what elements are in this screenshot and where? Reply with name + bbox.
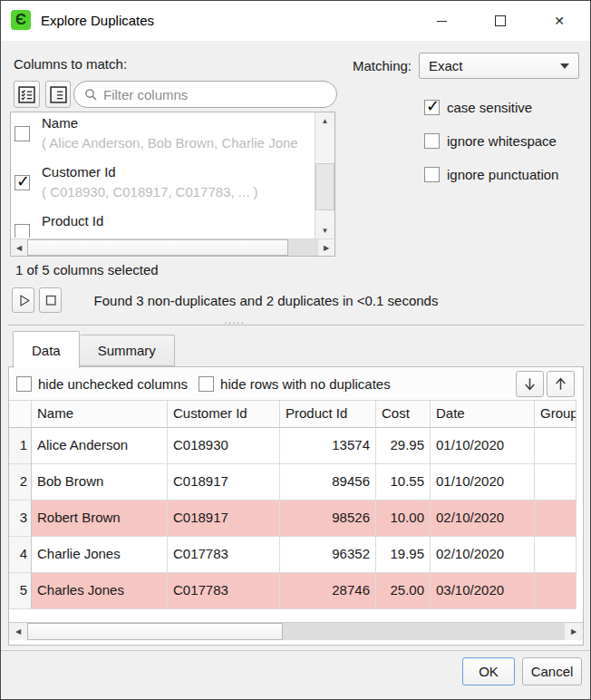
cost-cell[interactable]: 29.95 [376, 428, 431, 464]
tab[interactable]: Summary [80, 335, 175, 366]
table-option[interactable]: hide unchecked columns [16, 376, 188, 392]
table-header-cell[interactable]: Customer Id [168, 400, 280, 428]
next-duplicate-button[interactable] [516, 371, 544, 397]
table-row[interactable]: 1 Alice Anderson C018930 13574 29.95 01/… [9, 428, 576, 464]
table-header-cell[interactable]: Product Id [280, 400, 376, 428]
customer-id-cell[interactable]: C018930 [168, 428, 280, 464]
horizontal-scrollbar-thumb[interactable] [27, 623, 283, 640]
column-list-item[interactable]: Product Id [11, 210, 315, 238]
name-cell[interactable]: Alice Anderson [32, 428, 168, 464]
table-header-cell[interactable]: Name [32, 400, 168, 428]
product-id-cell[interactable]: 98526 [280, 501, 376, 537]
ok-button[interactable]: OK [462, 657, 515, 685]
filter-columns-input[interactable]: Filter columns [73, 81, 337, 108]
table-option[interactable]: hide rows with no duplicates [199, 376, 391, 392]
check-all-columns-button[interactable] [14, 81, 40, 108]
column-checkbox[interactable] [15, 126, 30, 141]
customer-id-cell[interactable]: C017783 [168, 573, 280, 609]
group-cell[interactable] [535, 501, 576, 537]
scroll-right-button[interactable]: ▶ [565, 623, 583, 640]
customer-id-cell[interactable]: C018917 [168, 501, 280, 537]
name-cell[interactable]: Robert Brown [32, 501, 168, 537]
table-horizontal-scrollbar[interactable]: ◀ ▶ [9, 622, 583, 640]
matching-option-checkbox[interactable] [424, 167, 440, 182]
filter-placeholder: Filter columns [103, 87, 188, 102]
date-cell[interactable]: 02/10/2020 [431, 501, 535, 537]
previous-duplicate-button[interactable] [547, 371, 575, 397]
group-cell[interactable] [535, 428, 576, 464]
cost-cell[interactable]: 25.00 [376, 573, 431, 609]
matching-option-checkbox[interactable] [424, 133, 440, 149]
horizontal-scrollbar-thumb[interactable] [27, 239, 288, 256]
scroll-right-button[interactable]: ▶ [318, 239, 334, 256]
scrollbar-track[interactable] [27, 623, 565, 640]
date-cell[interactable]: 03/10/2020 [431, 573, 535, 609]
table-header-cell[interactable]: Group [535, 400, 576, 428]
minimize-button[interactable] [421, 6, 462, 35]
customer-id-cell[interactable]: C017783 [168, 537, 280, 573]
title-bar[interactable]: Є Explore Duplicates ✕ [1, 1, 590, 41]
matching-option[interactable]: case sensitive [424, 91, 558, 124]
uncheck-all-columns-button[interactable] [45, 81, 71, 108]
row-number-cell: 5 [9, 573, 32, 609]
matching-option[interactable]: ignore punctuation [424, 158, 558, 191]
splitter[interactable] [8, 325, 585, 326]
stop-button[interactable] [39, 287, 62, 313]
date-cell[interactable]: 02/10/2020 [431, 537, 535, 573]
product-id-cell[interactable]: 28746 [280, 573, 376, 609]
column-list-item[interactable]: Name ( Alice Anderson, Bob Brown, Charli… [11, 112, 315, 161]
group-cell[interactable] [535, 464, 576, 501]
name-cell[interactable]: Charles Jones [32, 573, 168, 609]
columns-list-horizontal-scrollbar[interactable]: ◀ ▶ [11, 238, 334, 256]
columns-list-vertical-scrollbar[interactable]: ▲ ▼ [315, 112, 334, 238]
table-option-label: hide unchecked columns [38, 376, 188, 392]
table-header-cell[interactable]: Date [431, 400, 535, 428]
scroll-left-button[interactable]: ◀ [9, 623, 27, 640]
table-row[interactable]: 5 Charles Jones C017783 28746 25.00 03/1… [9, 573, 576, 609]
product-id-cell[interactable]: 96352 [280, 537, 376, 573]
name-cell[interactable]: Bob Brown [32, 464, 168, 501]
footer-separator [1, 650, 590, 651]
product-id-cell[interactable]: 89456 [280, 464, 376, 501]
scroll-down-button[interactable]: ▼ [315, 222, 334, 238]
customer-id-cell[interactable]: C018917 [168, 464, 280, 501]
table-row[interactable]: 2 Bob Brown C018917 89456 10.55 01/10/20… [9, 464, 576, 501]
explore-duplicates-dialog: Є Explore Duplicates ✕ Columns to match:… [0, 0, 591, 700]
column-checkbox[interactable] [15, 175, 30, 190]
column-checkbox[interactable] [15, 224, 30, 238]
date-cell[interactable]: 01/10/2020 [431, 428, 535, 464]
column-list-item[interactable]: Customer Id ( C018930, C018917, C017783,… [11, 161, 315, 210]
table-row[interactable]: 4 Charlie Jones C017783 96352 19.95 02/1… [9, 537, 576, 573]
close-button[interactable]: ✕ [538, 6, 580, 35]
cancel-button[interactable]: Cancel [522, 657, 582, 685]
columns-selected-status: 1 of 5 columns selected [15, 262, 159, 277]
tab[interactable]: Data [13, 331, 80, 368]
table-option-checkbox[interactable] [199, 376, 214, 392]
date-cell[interactable]: 01/10/2020 [431, 464, 535, 501]
matching-dropdown[interactable]: Exact [419, 53, 579, 79]
maximize-icon [495, 15, 506, 26]
maximize-button[interactable] [480, 6, 521, 35]
table-header-cell[interactable]: Cost [376, 400, 431, 428]
cost-cell[interactable]: 19.95 [376, 537, 431, 573]
vertical-scrollbar-thumb[interactable] [315, 163, 334, 210]
cost-cell[interactable]: 10.55 [376, 464, 431, 501]
group-cell[interactable] [535, 573, 576, 609]
table-row[interactable]: 3 Robert Brown C018917 98526 10.00 02/10… [9, 501, 576, 537]
scrollbar-track[interactable] [27, 239, 318, 256]
uncheck-all-icon [50, 86, 67, 103]
scroll-left-button[interactable]: ◀ [11, 239, 27, 256]
cost-cell[interactable]: 10.00 [376, 501, 431, 537]
group-cell[interactable] [535, 537, 576, 573]
matching-option-checkbox[interactable] [424, 100, 440, 115]
row-number-cell: 1 [9, 428, 32, 464]
scroll-up-button[interactable]: ▲ [315, 112, 334, 129]
table-option-checkbox[interactable] [16, 376, 32, 392]
matching-option[interactable]: ignore whitespace [424, 124, 558, 158]
scroll-left-icon: ◀ [15, 627, 21, 636]
scroll-right-icon: ▶ [324, 244, 329, 252]
name-cell[interactable]: Charlie Jones [32, 537, 168, 573]
scroll-up-icon: ▲ [322, 117, 329, 125]
product-id-cell[interactable]: 13574 [280, 428, 376, 464]
run-button[interactable] [12, 287, 34, 313]
